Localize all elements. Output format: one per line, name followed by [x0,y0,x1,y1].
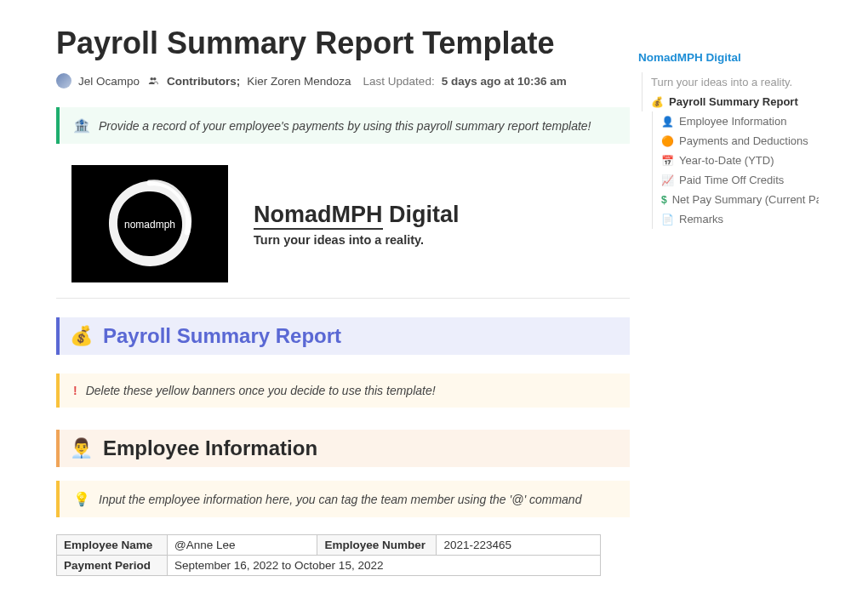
sidebar-item-label: Employee Information [679,115,786,128]
svg-point-1 [153,77,157,81]
sidebar-list: Turn your ideas into a reality. 💰 Payrol… [642,72,819,111]
sidebar-item-payroll-summary[interactable]: 💰 Payroll Summary Report [651,92,819,111]
bulb-icon: 💡 [73,491,90,507]
sidebar-item-ytd[interactable]: 📅 Year-to-Date (YTD) [661,151,819,170]
meta-row: Jel Ocampo Contributors; Kier Zoren Mend… [56,73,630,88]
delete-banner-text: Delete these yellow banners once you dec… [86,384,436,397]
person-icon: 👤 [661,116,674,128]
moneybag-icon: 💰 [70,325,93,347]
sidebar-tagline[interactable]: Turn your ideas into a reality. [651,72,819,92]
table-row: Employee Name @Anne Lee Employee Number … [57,535,601,556]
sidebar-item-remarks[interactable]: 📄 Remarks [661,209,819,229]
cell-number-value[interactable]: 2021-223465 [437,535,601,556]
cell-period-value[interactable]: September 16, 2022 to October 15, 2022 [168,556,601,576]
sidebar-item-label: Paid Time Off Credits [679,174,784,186]
sidebar-item-label: Net Pay Summary (Current Pay Pe... [672,193,819,206]
employee-hint-banner: 💡 Input the employee information here, y… [56,481,630,517]
divider [56,298,630,299]
sidebar-item-payments[interactable]: 🟠 Payments and Deductions [661,131,819,151]
cell-period-label: Payment Period [57,556,168,576]
bank-icon: 🏦 [73,117,90,134]
brand-text: NomadMPH Digital Turn your ideas into a … [254,201,460,247]
sidebar-sublist: 👤 Employee Information 🟠 Payments and De… [652,111,819,229]
page-title: Payroll Summary Report Template [56,26,630,61]
chart-icon: 📈 [661,174,674,186]
main-content: Payroll Summary Report Template Jel Ocam… [0,0,630,616]
cell-name-value[interactable]: @Anne Lee [168,535,317,556]
logo-text: nomadmph [124,219,175,231]
sidebar-outline: NomadMPH Digital Turn your ideas into a … [630,0,827,616]
sidebar-item-label: Remarks [679,213,723,225]
contributors-label: Contributors; [167,75,240,88]
calendar-icon: 📅 [661,155,674,167]
sidebar-top-link[interactable]: NomadMPH Digital [638,51,819,64]
cell-name-label: Employee Name [57,535,168,556]
brand-name: NomadMPH Digital [254,201,460,228]
section-title-summary: Payroll Summary Report [103,324,341,348]
author-name[interactable]: Jel Ocampo [78,75,140,88]
section-payroll-summary[interactable]: 💰 Payroll Summary Report [56,317,630,355]
section-employee-info[interactable]: 👨‍💼 Employee Information [56,430,630,467]
dollar-icon: $ [661,194,667,206]
brand-tagline: Turn your ideas into a reality. [254,233,460,247]
sidebar-item-employee-info[interactable]: 👤 Employee Information [661,111,819,131]
brand-logo: nomadmph [71,165,228,282]
contributors-value[interactable]: Kier Zoren Mendoza [247,75,351,88]
intro-banner: 🏦 Provide a record of your employee's pa… [56,107,630,144]
intro-banner-text: Provide a record of your employee's paym… [99,119,591,133]
sidebar-item-label: Year-to-Date (YTD) [679,154,774,167]
updated-value: 5 days ago at 10:36 am [442,75,567,88]
cell-number-label: Employee Number [317,535,437,556]
exclaim-icon: ! [73,384,77,397]
svg-point-0 [151,77,154,81]
contributors-icon [146,74,160,88]
person-icon: 👨‍💼 [70,437,93,459]
coin-icon: 🟠 [661,135,674,147]
author-avatar [56,73,71,88]
sidebar-item-label: Payments and Deductions [679,134,808,147]
sidebar-item-pto[interactable]: 📈 Paid Time Off Credits [661,170,819,190]
sidebar-item-label: Payroll Summary Report [669,95,798,108]
table-row: Payment Period September 16, 2022 to Oct… [57,556,601,576]
employee-table: Employee Name @Anne Lee Employee Number … [56,534,601,576]
employee-hint-text: Input the employee information here, you… [99,493,581,506]
sidebar-item-netpay[interactable]: $ Net Pay Summary (Current Pay Pe... [661,190,819,209]
moneybag-icon: 💰 [651,96,664,108]
delete-banner: ! Delete these yellow banners once you d… [56,374,630,408]
brand-row: nomadmph NomadMPH Digital Turn your idea… [71,165,630,282]
section-title-employee: Employee Information [103,436,317,460]
updated-label: Last Updated: [363,75,435,88]
note-icon: 📄 [661,214,674,225]
